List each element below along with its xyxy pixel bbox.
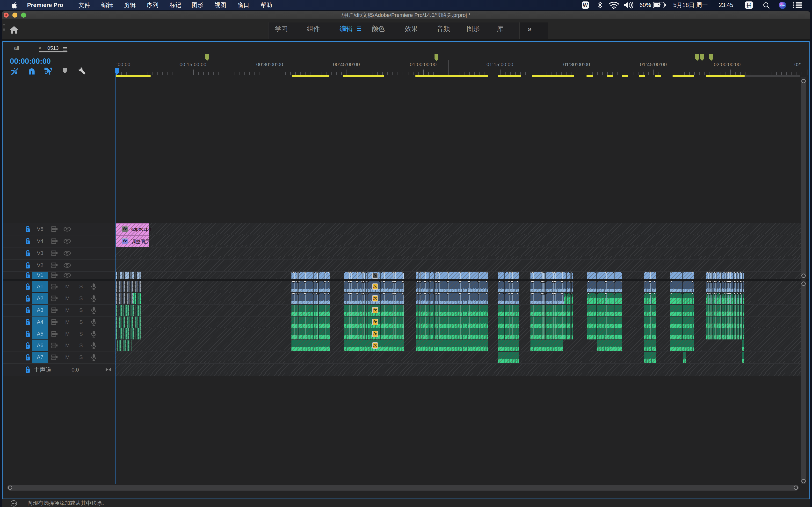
- svg-text:拼: 拼: [747, 2, 752, 8]
- svg-text:W: W: [583, 2, 588, 8]
